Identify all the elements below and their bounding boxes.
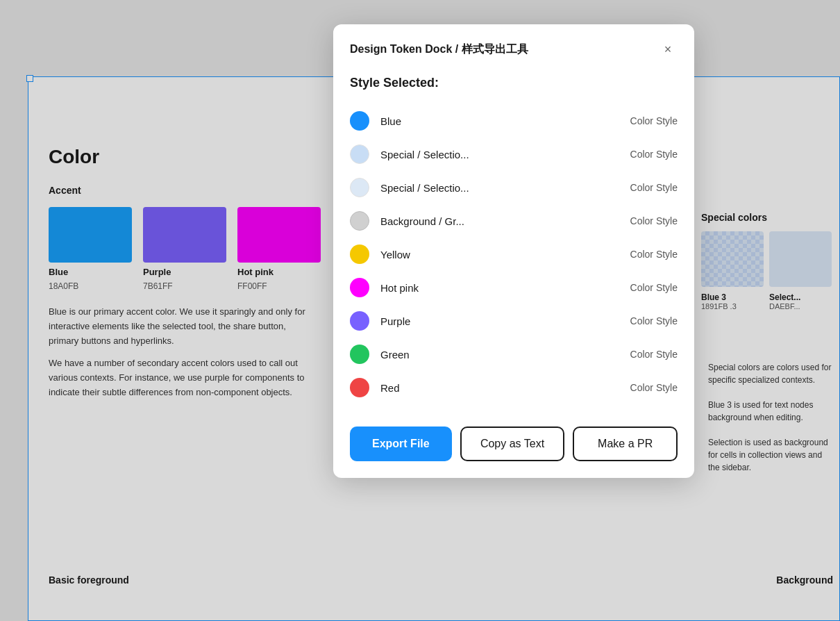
style-item-special2: Special / Selectio... Color Style — [350, 171, 678, 204]
style-type-yellow: Color Style — [630, 249, 678, 260]
export-file-button[interactable]: Export File — [350, 427, 452, 461]
style-type-background: Color Style — [630, 215, 678, 226]
style-name-green: Green — [380, 349, 630, 361]
style-type-blue: Color Style — [630, 115, 678, 126]
style-name-yellow: Yellow — [380, 249, 630, 260]
style-type-red: Color Style — [630, 382, 678, 393]
style-type-special2: Color Style — [630, 182, 678, 193]
style-name-background: Background / Gr... — [380, 215, 630, 227]
color-dot-background — [350, 211, 369, 231]
style-name-special1: Special / Selectio... — [380, 149, 630, 160]
style-item-red: Red Color Style — [350, 371, 678, 404]
modal-header: Design Token Dock / 样式导出工具 × — [333, 24, 694, 70]
style-item-yellow: Yellow Color Style — [350, 238, 678, 271]
make-pr-button[interactable]: Make a PR — [573, 427, 678, 461]
modal-dialog: Design Token Dock / 样式导出工具 × Style Selec… — [333, 24, 694, 478]
color-dot-special2 — [350, 178, 369, 197]
style-type-purple: Color Style — [630, 315, 678, 326]
style-name-special2: Special / Selectio... — [380, 182, 630, 194]
style-name-blue: Blue — [380, 115, 630, 127]
color-dot-special1 — [350, 144, 369, 164]
style-list: Blue Color Style Special / Selectio... C… — [350, 104, 678, 404]
style-name-hotpink: Hot pink — [380, 282, 630, 294]
color-dot-red — [350, 378, 369, 397]
close-button[interactable]: × — [658, 40, 678, 59]
style-item-green: Green Color Style — [350, 338, 678, 371]
color-dot-yellow — [350, 245, 369, 264]
color-dot-green — [350, 345, 369, 364]
color-dot-hotpink — [350, 278, 369, 297]
modal-title: Design Token Dock / 样式导出工具 — [350, 42, 528, 57]
style-type-special1: Color Style — [630, 149, 678, 160]
style-name-purple: Purple — [380, 315, 630, 327]
style-item-special1: Special / Selectio... Color Style — [350, 138, 678, 171]
style-item-hotpink: Hot pink Color Style — [350, 271, 678, 304]
style-type-hotpink: Color Style — [630, 282, 678, 293]
modal-footer: Export File Copy as Text Make a PR — [333, 421, 694, 478]
style-item-purple: Purple Color Style — [350, 304, 678, 338]
style-selected-label: Style Selected: — [350, 76, 678, 90]
copy-as-text-button[interactable]: Copy as Text — [460, 427, 565, 461]
color-dot-purple — [350, 311, 369, 331]
style-item-background: Background / Gr... Color Style — [350, 204, 678, 238]
style-item-blue: Blue Color Style — [350, 104, 678, 138]
color-dot-blue — [350, 111, 369, 131]
style-type-green: Color Style — [630, 349, 678, 360]
modal-body: Style Selected: Blue Color Style Special… — [333, 70, 694, 421]
style-name-red: Red — [380, 382, 630, 394]
